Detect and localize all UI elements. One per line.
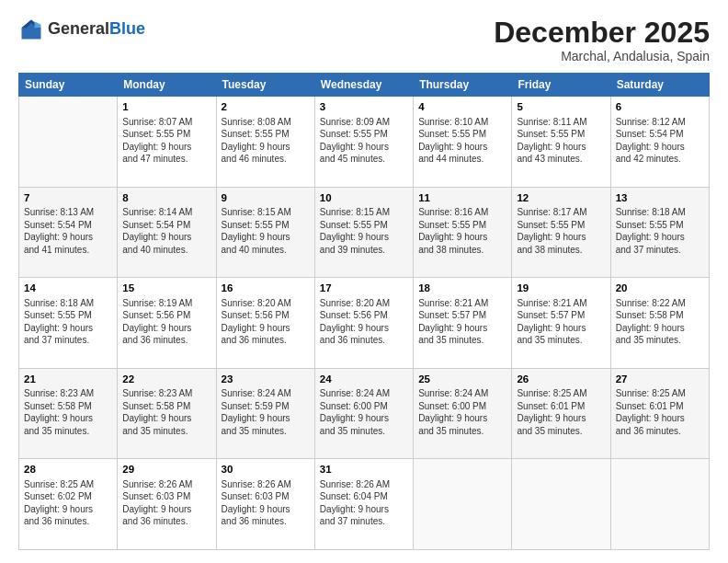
col-thursday: Thursday <box>414 74 512 97</box>
calendar-table: Sunday Monday Tuesday Wednesday Thursday… <box>18 73 710 550</box>
day-number: 19 <box>517 282 605 296</box>
table-row: 23Sunrise: 8:24 AM Sunset: 5:59 PM Dayli… <box>216 368 314 459</box>
day-info: Sunrise: 8:19 AM Sunset: 5:56 PM Dayligh… <box>122 297 210 347</box>
day-number: 24 <box>320 373 408 387</box>
table-row <box>610 459 709 550</box>
day-number: 29 <box>122 463 210 477</box>
day-number: 8 <box>122 191 210 206</box>
day-info: Sunrise: 8:22 AM Sunset: 5:58 PM Dayligh… <box>616 297 704 347</box>
day-number: 5 <box>517 100 605 115</box>
day-info: Sunrise: 8:18 AM Sunset: 5:55 PM Dayligh… <box>616 206 704 256</box>
table-row: 11Sunrise: 8:16 AM Sunset: 5:55 PM Dayli… <box>414 187 512 278</box>
table-row: 6Sunrise: 8:12 AM Sunset: 5:54 PM Daylig… <box>610 97 709 188</box>
day-info: Sunrise: 8:08 AM Sunset: 5:55 PM Dayligh… <box>222 116 310 166</box>
table-row: 31Sunrise: 8:26 AM Sunset: 6:04 PM Dayli… <box>314 459 413 550</box>
table-row: 22Sunrise: 8:23 AM Sunset: 5:58 PM Dayli… <box>118 368 216 459</box>
table-row: 3Sunrise: 8:09 AM Sunset: 5:55 PM Daylig… <box>314 97 413 188</box>
day-info: Sunrise: 8:23 AM Sunset: 5:58 PM Dayligh… <box>24 387 112 437</box>
table-row: 7Sunrise: 8:13 AM Sunset: 5:54 PM Daylig… <box>19 187 118 278</box>
table-row: 13Sunrise: 8:18 AM Sunset: 5:55 PM Dayli… <box>610 187 709 278</box>
day-number: 17 <box>320 282 408 296</box>
day-number: 13 <box>616 191 704 206</box>
table-row <box>414 459 512 550</box>
table-row: 29Sunrise: 8:26 AM Sunset: 6:03 PM Dayli… <box>118 459 216 550</box>
day-number: 11 <box>418 191 506 206</box>
table-row <box>19 97 118 188</box>
logo-general: General <box>48 19 109 38</box>
day-info: Sunrise: 8:07 AM Sunset: 5:55 PM Dayligh… <box>122 116 210 166</box>
day-info: Sunrise: 8:26 AM Sunset: 6:03 PM Dayligh… <box>122 478 210 528</box>
day-info: Sunrise: 8:15 AM Sunset: 5:55 PM Dayligh… <box>222 206 310 256</box>
day-number: 12 <box>517 191 605 206</box>
day-number: 9 <box>222 191 310 206</box>
table-row: 28Sunrise: 8:25 AM Sunset: 6:02 PM Dayli… <box>19 459 118 550</box>
day-info: Sunrise: 8:16 AM Sunset: 5:55 PM Dayligh… <box>418 206 506 256</box>
day-number: 1 <box>122 100 210 115</box>
header: GeneralBlue December 2025 Marchal, Andal… <box>18 17 710 63</box>
day-info: Sunrise: 8:24 AM Sunset: 6:00 PM Dayligh… <box>418 387 506 437</box>
day-number: 14 <box>24 282 112 296</box>
table-row: 5Sunrise: 8:11 AM Sunset: 5:55 PM Daylig… <box>512 97 610 188</box>
title-area: December 2025 Marchal, Andalusia, Spain <box>494 17 710 63</box>
table-row: 16Sunrise: 8:20 AM Sunset: 5:56 PM Dayli… <box>216 278 314 369</box>
day-info: Sunrise: 8:24 AM Sunset: 5:59 PM Dayligh… <box>222 387 310 437</box>
day-number: 26 <box>517 373 605 387</box>
table-row: 30Sunrise: 8:26 AM Sunset: 6:03 PM Dayli… <box>216 459 314 550</box>
col-tuesday: Tuesday <box>216 74 314 97</box>
table-row: 10Sunrise: 8:15 AM Sunset: 5:55 PM Dayli… <box>314 187 413 278</box>
table-row <box>512 459 610 550</box>
day-info: Sunrise: 8:26 AM Sunset: 6:03 PM Dayligh… <box>222 478 310 528</box>
day-info: Sunrise: 8:13 AM Sunset: 5:54 PM Dayligh… <box>24 206 112 256</box>
table-row: 4Sunrise: 8:10 AM Sunset: 5:55 PM Daylig… <box>414 97 512 188</box>
day-info: Sunrise: 8:11 AM Sunset: 5:55 PM Dayligh… <box>517 116 605 166</box>
day-number: 2 <box>222 100 310 115</box>
day-info: Sunrise: 8:10 AM Sunset: 5:55 PM Dayligh… <box>418 116 506 166</box>
day-number: 10 <box>320 191 408 206</box>
month-title: December 2025 <box>494 17 710 49</box>
day-number: 4 <box>418 100 506 115</box>
table-row: 19Sunrise: 8:21 AM Sunset: 5:57 PM Dayli… <box>512 278 610 369</box>
col-friday: Friday <box>512 74 610 97</box>
day-number: 18 <box>418 282 506 296</box>
day-info: Sunrise: 8:09 AM Sunset: 5:55 PM Dayligh… <box>320 116 408 166</box>
day-info: Sunrise: 8:25 AM Sunset: 6:01 PM Dayligh… <box>517 387 605 437</box>
day-number: 23 <box>222 373 310 387</box>
calendar-header-row: Sunday Monday Tuesday Wednesday Thursday… <box>19 74 710 97</box>
day-number: 31 <box>320 463 408 477</box>
day-number: 22 <box>122 373 210 387</box>
table-row: 8Sunrise: 8:14 AM Sunset: 5:54 PM Daylig… <box>118 187 216 278</box>
day-number: 7 <box>24 191 112 206</box>
day-info: Sunrise: 8:15 AM Sunset: 5:55 PM Dayligh… <box>320 206 408 256</box>
day-info: Sunrise: 8:25 AM Sunset: 6:02 PM Dayligh… <box>24 478 112 528</box>
table-row: 26Sunrise: 8:25 AM Sunset: 6:01 PM Dayli… <box>512 368 610 459</box>
day-number: 16 <box>222 282 310 296</box>
table-row: 17Sunrise: 8:20 AM Sunset: 5:56 PM Dayli… <box>314 278 413 369</box>
table-row: 25Sunrise: 8:24 AM Sunset: 6:00 PM Dayli… <box>414 368 512 459</box>
day-info: Sunrise: 8:20 AM Sunset: 5:56 PM Dayligh… <box>222 297 310 347</box>
day-info: Sunrise: 8:17 AM Sunset: 5:55 PM Dayligh… <box>517 206 605 256</box>
day-number: 20 <box>616 282 704 296</box>
day-number: 28 <box>24 463 112 477</box>
day-number: 21 <box>24 373 112 387</box>
svg-marker-2 <box>35 21 41 28</box>
calendar-week-row: 1Sunrise: 8:07 AM Sunset: 5:55 PM Daylig… <box>19 97 710 188</box>
col-sunday: Sunday <box>19 74 118 97</box>
logo-icon <box>18 17 44 42</box>
day-number: 3 <box>320 100 408 115</box>
table-row: 15Sunrise: 8:19 AM Sunset: 5:56 PM Dayli… <box>118 278 216 369</box>
day-number: 30 <box>222 463 310 477</box>
day-info: Sunrise: 8:26 AM Sunset: 6:04 PM Dayligh… <box>320 478 408 528</box>
table-row: 27Sunrise: 8:25 AM Sunset: 6:01 PM Dayli… <box>610 368 709 459</box>
col-wednesday: Wednesday <box>314 74 413 97</box>
day-info: Sunrise: 8:21 AM Sunset: 5:57 PM Dayligh… <box>418 297 506 347</box>
table-row: 2Sunrise: 8:08 AM Sunset: 5:55 PM Daylig… <box>216 97 314 188</box>
logo-blue: Blue <box>109 19 145 38</box>
calendar-week-row: 28Sunrise: 8:25 AM Sunset: 6:02 PM Dayli… <box>19 459 710 550</box>
day-info: Sunrise: 8:20 AM Sunset: 5:56 PM Dayligh… <box>320 297 408 347</box>
logo-area: GeneralBlue <box>18 17 145 42</box>
col-saturday: Saturday <box>610 74 709 97</box>
day-number: 15 <box>122 282 210 296</box>
logo-text: GeneralBlue <box>48 20 145 39</box>
calendar-week-row: 21Sunrise: 8:23 AM Sunset: 5:58 PM Dayli… <box>19 368 710 459</box>
page: GeneralBlue December 2025 Marchal, Andal… <box>0 0 728 563</box>
